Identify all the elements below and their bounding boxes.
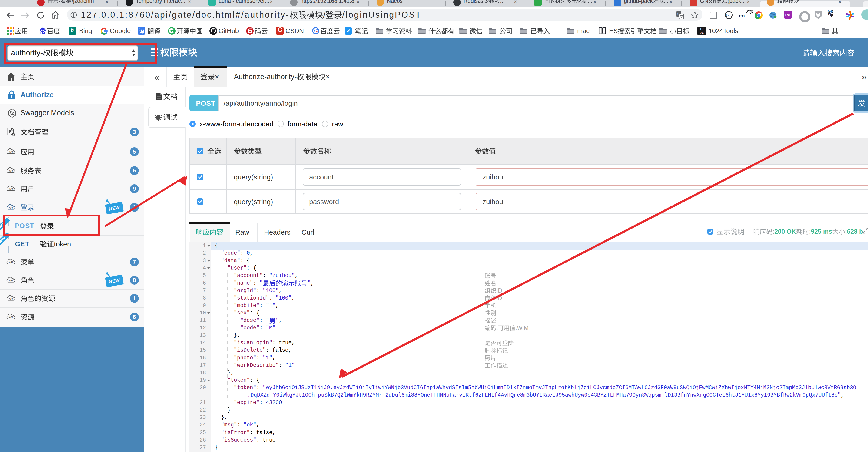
svg-text:API: API bbox=[9, 170, 13, 172]
svg-text:API: API bbox=[9, 316, 13, 319]
svg-text:API: API bbox=[9, 298, 13, 300]
svg-text:API: API bbox=[9, 261, 13, 264]
svg-text:API: API bbox=[9, 188, 13, 190]
svg-text:API: API bbox=[9, 206, 13, 209]
svg-text:API: API bbox=[9, 279, 13, 282]
svg-text:API: API bbox=[9, 150, 13, 153]
